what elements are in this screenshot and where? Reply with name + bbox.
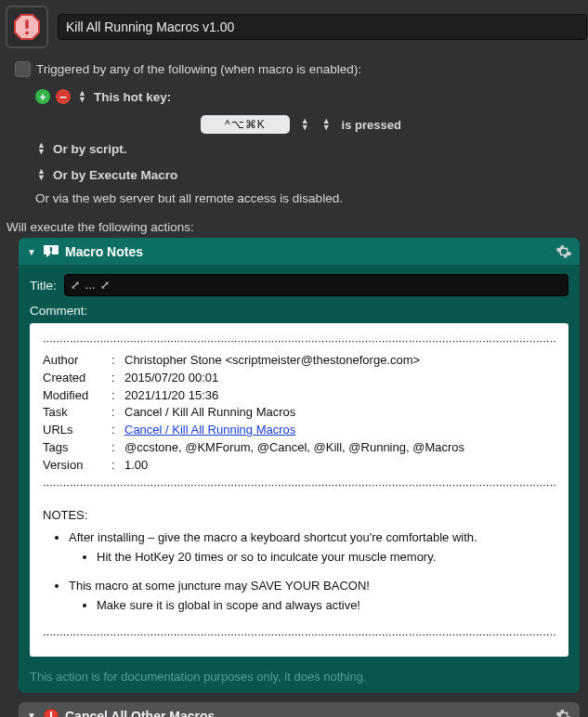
hotkey-state-label: is pressed xyxy=(342,118,401,132)
action-cancel-all-title: Cancel All Other Macros xyxy=(65,709,215,717)
hotkey-modifier-stepper[interactable]: ▲▼ xyxy=(301,118,309,131)
divider-dots: ∙∙∙∙∙∙∙∙∙∙∙∙∙∙∙∙∙∙∙∙∙∙∙∙∙∙∙∙∙∙∙∙∙∙∙∙∙∙∙∙… xyxy=(43,332,555,350)
action-macro-notes[interactable]: ▼ Macro Notes Title: Comment: xyxy=(19,238,580,693)
hotkey-config-row: ^⌥⌘K ▲▼ ▲▼ is pressed xyxy=(15,115,587,134)
speech-bubble-icon xyxy=(43,243,59,260)
add-trigger-icon[interactable]: + xyxy=(35,89,50,104)
disclosure-triangle-icon[interactable]: ▼ xyxy=(26,710,37,717)
script-trigger-stepper[interactable]: ▲▼ xyxy=(37,142,46,155)
svg-rect-6 xyxy=(50,711,52,717)
notes-title-label: Title: xyxy=(30,279,57,293)
action-cancel-all-header[interactable]: ▼ Cancel All Other Macros xyxy=(19,702,580,717)
script-trigger-label: Or by script. xyxy=(53,142,127,156)
hotkey-state-stepper[interactable]: ▲▼ xyxy=(322,118,331,131)
notes-heading: NOTES: xyxy=(43,507,555,525)
trigger-heading: Triggered by any of the following (when … xyxy=(36,62,361,76)
script-trigger-row: ▲▼ Or by script. xyxy=(35,137,587,160)
notes-title-input[interactable] xyxy=(64,274,568,296)
svg-rect-3 xyxy=(50,247,52,252)
disclosure-triangle-icon[interactable]: ▼ xyxy=(26,247,37,257)
action-cancel-all[interactable]: ▼ Cancel All Other Macros ▲▼ Cancel All … xyxy=(19,702,580,717)
notes-disclaimer: This action is for documentation purpose… xyxy=(30,670,568,684)
macro-name-input[interactable] xyxy=(58,14,587,40)
gear-icon[interactable] xyxy=(555,708,572,717)
execute-trigger-stepper[interactable]: ▲▼ xyxy=(37,168,46,181)
hotkey-field[interactable]: ^⌥⌘K xyxy=(201,115,290,134)
action-macro-notes-body: Title: Comment: ∙∙∙∙∙∙∙∙∙∙∙∙∙∙∙∙∙∙∙∙∙∙∙∙… xyxy=(19,265,580,693)
remove-trigger-icon[interactable]: − xyxy=(56,89,71,104)
action-macro-notes-header[interactable]: ▼ Macro Notes xyxy=(19,238,580,265)
trigger-enabled-checkbox[interactable] xyxy=(15,61,31,77)
notes-comment-label: Comment: xyxy=(30,304,568,318)
svg-point-2 xyxy=(25,32,29,35)
divider-dots: ∙∙∙∙∙∙∙∙∙∙∙∙∙∙∙∙∙∙∙∙∙∙∙∙∙∙∙∙∙∙∙∙∙∙∙∙∙∙∙∙… xyxy=(43,476,555,494)
trigger-heading-row: Triggered by any of the following (when … xyxy=(15,58,587,80)
notes-url-link[interactable]: Cancel / Kill All Running Macros xyxy=(124,422,555,439)
web-server-note: Or via the web server but all remote acc… xyxy=(35,191,587,213)
notes-comment-box[interactable]: ∙∙∙∙∙∙∙∙∙∙∙∙∙∙∙∙∙∙∙∙∙∙∙∙∙∙∙∙∙∙∙∙∙∙∙∙∙∙∙∙… xyxy=(30,323,568,657)
notes-meta-table: Author:Christopher Stone <scriptmeister@… xyxy=(43,352,555,475)
trigger-type-stepper[interactable]: ▲▼ xyxy=(78,90,86,103)
hotkey-trigger-row: + − ▲▼ This hot key: xyxy=(35,85,587,108)
svg-point-4 xyxy=(50,253,52,254)
divider-dots: ∙∙∙∙∙∙∙∙∙∙∙∙∙∙∙∙∙∙∙∙∙∙∙∙∙∙∙∙∙∙∙∙∙∙∙∙∙∙∙∙… xyxy=(43,626,555,644)
macro-icon-well[interactable] xyxy=(6,6,48,48)
hotkey-label: This hot key: xyxy=(94,90,171,104)
macro-header xyxy=(6,6,587,48)
action-macro-notes-title: Macro Notes xyxy=(65,244,143,259)
stop-sign-icon xyxy=(43,708,59,717)
gear-icon[interactable] xyxy=(555,243,572,260)
svg-rect-1 xyxy=(25,20,29,29)
stop-sign-icon xyxy=(12,12,42,42)
execute-label: Will execute the following actions: xyxy=(6,220,587,234)
trigger-section: Triggered by any of the following (when … xyxy=(15,58,587,213)
execute-trigger-row: ▲▼ Or by Execute Macro xyxy=(35,163,587,186)
execute-trigger-label: Or by Execute Macro xyxy=(53,168,177,182)
notes-bullets: After installing – give the macro a keyb… xyxy=(43,529,555,567)
